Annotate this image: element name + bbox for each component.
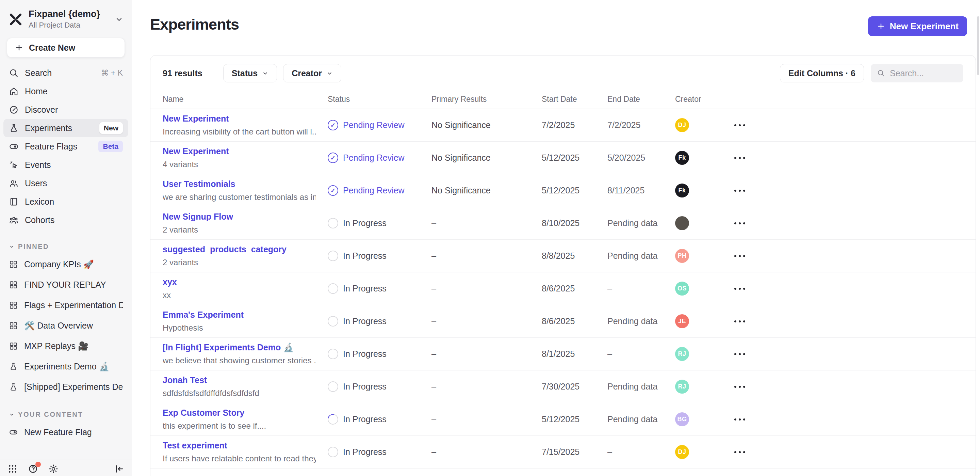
apps-grid-icon[interactable] [8,464,18,474]
creator-avatar: RJ [675,380,689,394]
status-label: In Progress [343,284,387,294]
search-shortcut: ⌘ + K [101,69,123,78]
column-header-end-date[interactable]: End Date [608,95,675,104]
pinned-item-flags-experimentation-demo[interactable]: Flags + Experimentation Demo , [0,295,132,315]
pinned-item-company-kpis[interactable]: Company KPIs 🚀 [0,254,132,275]
status-cell: Pending Review [328,185,431,196]
pinned-item-experiments-demo[interactable]: Experiments Demo 🔬 [0,356,132,377]
sidebar-item-cohorts[interactable]: Cohorts [3,211,128,229]
sidebar-footer [0,460,132,476]
chevron-down-icon [326,70,333,77]
primary-results-cell: – [431,218,542,228]
collapse-sidebar-icon[interactable] [114,464,124,474]
experiment-description: we believe that showing customer stories… [163,356,316,365]
flask-icon [9,123,19,133]
row-overflow-menu-button[interactable] [733,318,746,325]
experiment-name-link[interactable]: suggested_products_category [163,244,316,254]
create-new-button[interactable]: Create New [7,38,125,58]
compass-icon [9,105,19,115]
sidebar-item-experiments[interactable]: Experiments New [3,119,128,137]
status-icon [328,185,338,196]
status-label: In Progress [343,382,387,391]
table-toolbar: 91 results Status Creator Edit Columns ·… [150,56,975,90]
experiment-description: 4 variants [163,160,316,169]
column-header-creator[interactable]: Creator [675,95,733,104]
book-icon [9,197,19,207]
row-overflow-menu-button[interactable] [733,154,746,162]
start-date-cell: 8/8/2025 [542,251,608,261]
pinned-item-mxp-replays[interactable]: MXP Replays 🎥 [0,336,132,356]
start-date-cell: 8/6/2025 [542,316,608,326]
help-icon[interactable] [28,464,38,474]
window-scrollbar-thumb[interactable] [977,16,979,75]
experiment-name-link[interactable]: Jonah Test [163,375,316,385]
status-label: In Progress [343,447,387,457]
row-overflow-menu-button[interactable] [733,121,746,129]
pinned-item-find-your-replay[interactable]: FIND YOUR REPLAY [0,275,132,295]
chevron-down-icon [9,412,14,417]
experiment-name-link[interactable]: [In Flight] Experiments Demo 🔬 [163,342,316,352]
sidebar-item-feature-flags[interactable]: Feature Flags Beta [3,137,128,156]
status-label: In Progress [343,349,387,359]
your-content-item-new-feature-flag[interactable]: New Feature Flag [0,422,132,442]
table-search-input[interactable] [890,69,957,78]
search-icon [877,69,885,77]
pinned-item-shipped-experiments-demo[interactable]: [Shipped] Experiments Demo 🖊️ [0,377,132,397]
sidebar-item-lexicon[interactable]: Lexicon [3,192,128,211]
table-row: New Experiment 4 variants Pending Review… [150,142,975,174]
sidebar-item-events[interactable]: Events [3,156,128,174]
row-overflow-menu-button[interactable] [733,285,746,292]
pinned-item-data-overview[interactable]: 🛠️ Data Overview [0,315,132,336]
experiment-name-link[interactable]: New Signup Flow [163,212,316,222]
sidebar-item-users[interactable]: Users [3,174,128,192]
row-overflow-menu-button[interactable] [733,220,746,227]
column-header-name[interactable]: Name [163,95,328,104]
plus-icon [14,43,24,52]
column-header-start-date[interactable]: Start Date [542,95,608,104]
primary-results-cell: – [431,447,542,457]
table-body: New Experiment Increasing visibility of … [150,109,975,468]
row-overflow-menu-button[interactable] [733,416,746,423]
status-icon [328,349,338,359]
status-cell: In Progress [328,381,431,392]
gear-icon[interactable] [48,464,59,474]
your-content-section-header[interactable]: YOUR CONTENT [0,405,132,422]
edit-columns-button[interactable]: Edit Columns · 6 [780,64,864,82]
main-content: Experiments New Experiment 91 results St… [132,0,980,476]
experiment-description: Increasing visibility of the cart button… [163,127,316,137]
creator-avatar: BG [675,412,689,426]
page-header: Experiments New Experiment [132,0,980,36]
experiment-name-link[interactable]: Exp Customer Story [163,408,316,418]
home-icon [9,86,19,96]
row-overflow-menu-button[interactable] [733,383,746,391]
pinned-section-header[interactable]: PINNED [0,237,132,254]
row-overflow-menu-button[interactable] [733,449,746,456]
new-experiment-button[interactable]: New Experiment [868,16,967,36]
sidebar-item-search[interactable]: Search ⌘ + K [3,64,128,82]
creator-filter-button[interactable]: Creator [283,64,341,82]
sidebar-item-home[interactable]: Home [3,82,128,101]
column-header-primary-results[interactable]: Primary Results [431,95,542,104]
experiment-description: xx [163,291,316,300]
experiment-name-link[interactable]: xyx [163,277,316,287]
status-icon [326,412,340,426]
table-row: User Testimonials we are sharing custome… [150,174,975,207]
experiment-name-link[interactable]: User Testimonials [163,179,316,189]
experiment-name-link[interactable]: New Experiment [163,146,316,156]
workspace-switcher[interactable]: Fixpanel {demo} All Project Data [0,0,132,32]
status-filter-button[interactable]: Status [223,64,277,82]
board-icon [9,321,18,330]
experiment-name-link[interactable]: New Experiment [163,114,316,124]
status-cell: In Progress [328,316,431,326]
sidebar-item-discover[interactable]: Discover [3,101,128,119]
experiment-name-link[interactable]: Test experiment [163,441,316,450]
row-overflow-menu-button[interactable] [733,252,746,260]
table-search[interactable] [871,64,963,82]
row-overflow-menu-button[interactable] [733,187,746,195]
column-header-status[interactable]: Status [328,95,431,104]
experiment-description: we are sharing customer testimonials as … [163,192,316,202]
experiment-name-link[interactable]: Emma's Experiment [163,310,316,320]
creator-avatar: DJ [675,445,689,459]
creator-avatar: RJ [675,347,689,361]
row-overflow-menu-button[interactable] [733,350,746,358]
